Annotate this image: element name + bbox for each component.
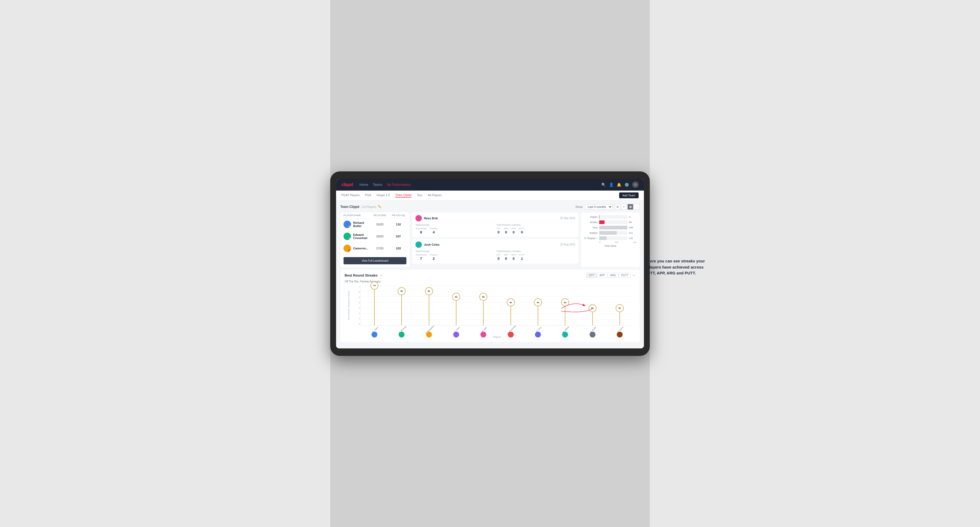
player-row[interactable]: 3 Cameron... 17/20 103 xyxy=(340,243,410,254)
add-team-button[interactable]: Add Team xyxy=(619,192,639,198)
arg-stat-1: ARG 0 xyxy=(511,227,516,235)
streak-plot-area: 7x E. Ebert 6x B. McHerg xyxy=(361,286,633,325)
download-button[interactable]: ↓ xyxy=(634,204,640,210)
tournament-val-2: 7 xyxy=(420,257,422,260)
logo: clippd xyxy=(341,182,353,187)
player-info-1: 1 Richard Butler xyxy=(344,221,369,228)
practice-stat-2: Practice 2 xyxy=(430,254,438,261)
player-row[interactable]: 1 Richard Butler 19/20 110 xyxy=(340,219,410,230)
y-label-7: 7 xyxy=(359,286,360,288)
practice-activities-2: Total Practice Activities OTT 0 APP xyxy=(496,250,575,261)
list-view-button[interactable]: ≡ xyxy=(621,204,627,210)
stat-date-2: 26 Aug 2023 xyxy=(560,243,575,246)
tab-arg[interactable]: ARG xyxy=(608,273,618,278)
player-avatar-2: 2 xyxy=(344,233,351,240)
settings-icon[interactable]: ⚙️ xyxy=(625,183,629,187)
scoring-chart-panel: Eagles 3 Birdies xyxy=(581,213,640,267)
leaderboard-header: PLAYER NAME PB SCORE PB AVG SQ xyxy=(340,213,410,219)
dbogeys-val: 131 xyxy=(629,237,636,240)
rounds-row-1: Tournament 8 Practice 4 xyxy=(415,227,494,235)
putt-stat-2: PUTT 1 xyxy=(519,254,525,261)
streak-bubble-ford: 4x xyxy=(534,298,542,306)
sub-nav-tour[interactable]: Tour xyxy=(417,194,422,197)
player-stats-panel: Rees Britt 02 Sep 2023 Total Rounds Tour… xyxy=(412,213,578,267)
rank-badge-2: 2 xyxy=(348,237,351,240)
period-select[interactable]: Last 3 months xyxy=(585,204,612,210)
team-header: Team Clippd | 14 Players ✏️ Show Last 3 … xyxy=(340,204,640,210)
col-player-name: PLAYER NAME xyxy=(344,214,369,217)
player-name-3: Cameron... xyxy=(353,247,368,250)
sub-nav-pga[interactable]: PGA xyxy=(365,194,371,197)
streak-bubble-maher: 4x xyxy=(561,298,569,306)
stat-avatar-1 xyxy=(415,215,422,221)
streak-col-ebert: 7x E. Ebert xyxy=(361,286,388,325)
nav-performance[interactable]: My Performance xyxy=(387,183,410,187)
chart-row-birdies: Birdies 96 xyxy=(584,221,636,224)
streak-col-maher: 4x M. Maher xyxy=(552,286,579,325)
player-stat-card-1: Rees Britt 02 Sep 2023 Total Rounds Tour… xyxy=(412,213,578,237)
nav-teams[interactable]: Teams xyxy=(373,183,382,187)
tab-app[interactable]: APP xyxy=(597,273,607,278)
stat-grid-1: Total Rounds Tournament 8 Practice xyxy=(415,224,575,235)
sub-nav-hcaps[interactable]: Hcaps 1-5 xyxy=(377,194,390,197)
rounds-row-2: Tournament 7 Practice 2 xyxy=(415,254,494,261)
total-rounds-2: Total Rounds Tournament 7 Practice xyxy=(415,250,494,261)
streak-bubble-butler: 3x xyxy=(589,304,597,312)
tournament-val-1: 8 xyxy=(420,230,422,234)
practice-val-2: 2 xyxy=(433,257,434,260)
streaks-title: Best Round Streaks xyxy=(345,273,378,277)
col-pb-avg: PB AVG SQ xyxy=(390,214,406,217)
search-icon[interactable]: 🔍 xyxy=(601,183,606,187)
arg-stat-2: ARG 0 xyxy=(511,254,516,261)
rounds-title-1: Total Rounds xyxy=(415,224,494,226)
nav-actions: 🔍 👤 🔔 ⚙️ U xyxy=(601,181,639,188)
rank-badge-3: 3 xyxy=(348,249,351,252)
y-axis-label: Best Streak, Fairway Accuracy xyxy=(347,291,350,320)
stat-grid-2: Total Rounds Tournament 7 Practice xyxy=(415,250,575,261)
players-label: Players xyxy=(361,334,633,339)
practice-row-1: OTT 0 APP 0 ARG xyxy=(496,227,575,235)
player-avatar-3: 3 xyxy=(344,244,351,252)
chart-bars: Eagles 3 Birdies xyxy=(584,215,636,240)
nav-links: Home Teams My Performance xyxy=(360,183,601,187)
show-label: Show xyxy=(575,205,583,208)
practice-title-2: Total Practice Activities xyxy=(496,250,575,252)
sub-nav-all[interactable]: All Players xyxy=(428,194,442,197)
player-row[interactable]: 2 Edward Crossman 18/20 107 xyxy=(340,230,410,243)
user-avatar[interactable]: U xyxy=(632,181,639,188)
pb-score-1: 19/20 xyxy=(369,223,390,226)
streak-bubble-quick: 3x xyxy=(616,304,624,312)
chart-view-button[interactable]: ▦ xyxy=(627,204,633,210)
y-label-1: 1 xyxy=(359,317,360,320)
sub-nav-team[interactable]: Team Clippd xyxy=(395,193,412,197)
nav-home[interactable]: Home xyxy=(360,183,368,187)
edit-icon[interactable]: ✏️ xyxy=(378,205,382,208)
grid-view-button[interactable]: ⊞ xyxy=(615,204,620,210)
pars-bar-wrap xyxy=(599,226,627,229)
streak-line-coles xyxy=(456,297,457,325)
bell-icon[interactable]: 🔔 xyxy=(617,183,621,187)
sub-nav-pgat[interactable]: PGAT Players xyxy=(341,194,360,197)
dbogeys-label: D. Bogeys + xyxy=(584,237,598,240)
bogeys-val: 311 xyxy=(629,232,636,234)
streak-line-ebert xyxy=(374,286,375,325)
streak-bubble-coles: 5x xyxy=(452,293,460,301)
practice-title-1: Total Practice Activities xyxy=(496,224,575,226)
streak-col-billingham: 6x D. Billingham xyxy=(415,286,442,325)
streaks-header: Best Round Streaks ← OTT APP ARG PUTT → xyxy=(345,273,635,278)
user-icon[interactable]: 👤 xyxy=(609,183,614,187)
tab-ott[interactable]: OTT xyxy=(586,273,597,278)
streak-bubble-billingham: 6x xyxy=(425,287,433,295)
streak-bubble-crossman: 4x xyxy=(507,298,515,306)
y-label-6: 6 xyxy=(359,291,360,293)
bogeys-bar xyxy=(599,231,617,235)
view-toggle: ⊞ ≡ ▦ ↓ xyxy=(615,204,640,210)
rounds-title-2: Total Rounds xyxy=(415,250,494,252)
navbar: clippd Home Teams My Performance 🔍 👤 🔔 ⚙… xyxy=(336,179,644,190)
player-avatar-1: 1 xyxy=(344,221,351,228)
tab-putt[interactable]: PUTT xyxy=(619,273,631,278)
bottom-spacer xyxy=(340,342,640,345)
chart-row-bogeys: Bogeys 311 xyxy=(584,231,636,235)
view-full-leaderboard-button[interactable]: View Full Leaderboard xyxy=(344,257,406,264)
tournament-stat-2: Tournament 7 xyxy=(415,254,426,261)
